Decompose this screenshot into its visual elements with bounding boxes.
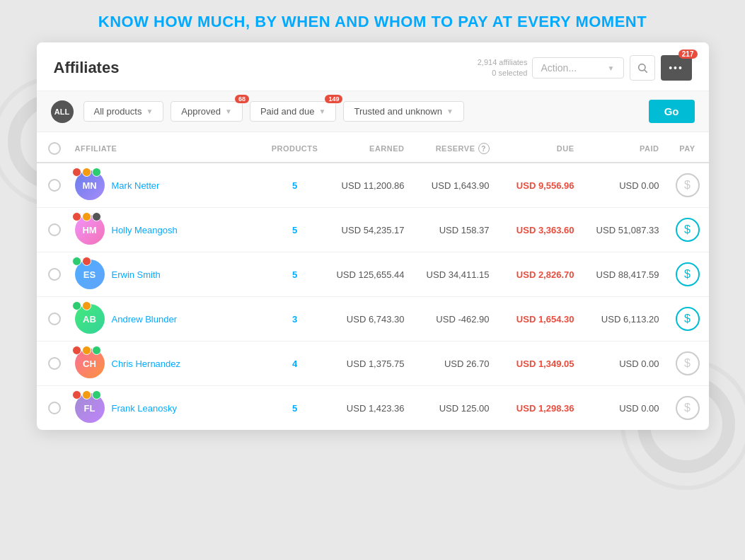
- filter-approved-arrow: ▼: [225, 107, 232, 115]
- td-paid: USD 0.00: [582, 342, 666, 386]
- svg-line-5: [645, 70, 647, 73]
- go-button[interactable]: Go: [649, 100, 695, 123]
- td-paid: USD 6,113.20: [582, 297, 666, 342]
- td-due: USD 3,363.60: [497, 208, 582, 252]
- td-affiliate: HM Holly Meangosh: [68, 208, 263, 252]
- banner-text: KNOW HOW MUCH, BY WHEN AND WHOM TO PAY A…: [98, 13, 647, 30]
- dollar-icon: $: [684, 357, 691, 370]
- row-checkbox[interactable]: [48, 268, 61, 281]
- filter-approved-label: Approved: [181, 106, 221, 117]
- card-header: Affiliates 2,914 affiliates 0 selected A…: [37, 42, 709, 91]
- td-products[interactable]: 5: [263, 208, 327, 252]
- dollar-icon: $: [684, 223, 691, 236]
- all-circle: ALL: [51, 100, 74, 123]
- filter-trusted[interactable]: Trusted and unknown ▼: [343, 101, 463, 122]
- pay-button-active[interactable]: $: [676, 307, 700, 331]
- top-banner: KNOW HOW MUCH, BY WHEN AND WHOM TO PAY A…: [0, 0, 745, 40]
- select-all-checkbox[interactable]: [48, 142, 61, 155]
- td-due: USD 1,349.05: [497, 342, 582, 386]
- table-row: CH Chris Hernandez 4USD 1,375.75USD 26.7…: [37, 342, 709, 386]
- td-reserve: USD 158.37: [412, 208, 497, 252]
- th-pay: PAY: [666, 132, 709, 163]
- selected-count: 0 selected: [478, 68, 528, 78]
- td-paid: USD 0.00: [582, 386, 666, 431]
- th-paid: PAID: [582, 132, 666, 163]
- more-button[interactable]: ••• 217: [661, 55, 692, 81]
- reserve-info-icon[interactable]: ?: [478, 143, 490, 154]
- affiliates-table-wrap: AFFILIATE PRODUCTS EARNED RESERVE ? DUE …: [37, 132, 709, 430]
- dollar-icon: $: [684, 402, 691, 414]
- td-affiliate: CH Chris Hernandez: [68, 342, 263, 386]
- td-earned: USD 11,200.86: [327, 163, 412, 208]
- svg-point-4: [638, 64, 645, 71]
- filter-all-products-label: All products: [94, 106, 142, 117]
- avatar-wrap: ES: [75, 259, 105, 289]
- affiliate-cell: ES Erwin Smith: [75, 259, 256, 289]
- filter-all[interactable]: ALL: [51, 100, 74, 123]
- pay-button-inactive[interactable]: $: [676, 351, 700, 375]
- action-label: Action...: [541, 62, 577, 74]
- affiliate-name[interactable]: Erwin Smith: [112, 269, 161, 280]
- row-checkbox[interactable]: [48, 402, 61, 414]
- td-reserve: USD -462.90: [412, 297, 497, 342]
- td-products[interactable]: 3: [263, 297, 327, 342]
- avatar-badges: [72, 168, 101, 177]
- td-earned: USD 1,423.36: [327, 386, 412, 431]
- td-products[interactable]: 5: [263, 252, 327, 297]
- td-reserve: USD 125.00: [412, 386, 497, 431]
- avatar-wrap: FL: [75, 393, 105, 423]
- th-earned: EARNED: [327, 132, 412, 163]
- td-pay: $: [666, 252, 709, 297]
- table-row: AB Andrew Blunder 3USD 6,743.30USD -462.…: [37, 297, 709, 342]
- filter-paid-due-label: Paid and due: [260, 106, 315, 117]
- avatar-wrap: HM: [75, 215, 105, 245]
- th-affiliate: AFFILIATE: [68, 132, 263, 163]
- dollar-icon: $: [684, 313, 691, 325]
- affiliate-name[interactable]: Chris Hernandez: [112, 358, 181, 369]
- more-icon: •••: [669, 62, 683, 74]
- table-row: MN Mark Netter 5USD 11,200.86USD 1,643.9…: [37, 163, 709, 208]
- td-pay: $: [666, 163, 709, 208]
- pay-button-inactive[interactable]: $: [676, 173, 700, 197]
- action-dropdown[interactable]: Action... ▼: [532, 57, 624, 78]
- affiliate-cell: AB Andrew Blunder: [75, 304, 256, 334]
- filter-trusted-label: Trusted and unknown: [354, 106, 442, 117]
- row-checkbox[interactable]: [48, 223, 61, 236]
- avatar-badges: [72, 257, 91, 266]
- pay-button-active[interactable]: $: [676, 218, 700, 242]
- row-checkbox[interactable]: [48, 179, 61, 192]
- main-card: Affiliates 2,914 affiliates 0 selected A…: [37, 42, 709, 430]
- td-products[interactable]: 5: [263, 386, 327, 431]
- filter-approved[interactable]: Approved ▼ 68: [171, 101, 243, 122]
- filter-paid-due-arrow: ▼: [319, 107, 326, 115]
- affiliate-name[interactable]: Frank Leanosky: [112, 403, 178, 414]
- td-products[interactable]: 4: [263, 342, 327, 386]
- td-affiliate: MN Mark Netter: [68, 163, 263, 208]
- td-due: USD 1,654.30: [497, 297, 582, 342]
- th-select-all[interactable]: [37, 132, 68, 163]
- affiliate-name[interactable]: Holly Meangosh: [112, 225, 178, 235]
- filter-trusted-arrow: ▼: [446, 107, 454, 115]
- table-row: ES Erwin Smith 5USD 125,655.44USD 34,411…: [37, 252, 709, 297]
- affiliate-name[interactable]: Mark Netter: [112, 180, 160, 191]
- th-products: PRODUCTS: [263, 132, 327, 163]
- td-pay: $: [666, 208, 709, 252]
- filter-all-products[interactable]: All products ▼: [83, 101, 164, 122]
- avatar-wrap: AB: [75, 304, 105, 334]
- page-title: Affiliates: [54, 59, 478, 77]
- filters-row: ALL All products ▼ Approved ▼ 68 Paid an…: [37, 91, 709, 132]
- table-header-row: AFFILIATE PRODUCTS EARNED RESERVE ? DUE …: [37, 132, 709, 163]
- pay-button-inactive[interactable]: $: [676, 396, 700, 420]
- search-button[interactable]: [630, 55, 655, 81]
- avatar-wrap: MN: [75, 170, 105, 200]
- table-row: HM Holly Meangosh 5USD 54,235.17USD 158.…: [37, 208, 709, 252]
- pay-button-active[interactable]: $: [676, 262, 700, 286]
- total-affiliates: 2,914 affiliates: [478, 57, 528, 68]
- filter-paid-due[interactable]: Paid and due ▼ 149: [250, 101, 337, 122]
- row-checkbox[interactable]: [48, 357, 61, 370]
- affiliates-table: AFFILIATE PRODUCTS EARNED RESERVE ? DUE …: [37, 132, 709, 430]
- row-checkbox[interactable]: [48, 313, 61, 325]
- paid-due-badge: 149: [325, 95, 342, 103]
- td-products[interactable]: 5: [263, 163, 327, 208]
- affiliate-name[interactable]: Andrew Blunder: [112, 314, 178, 325]
